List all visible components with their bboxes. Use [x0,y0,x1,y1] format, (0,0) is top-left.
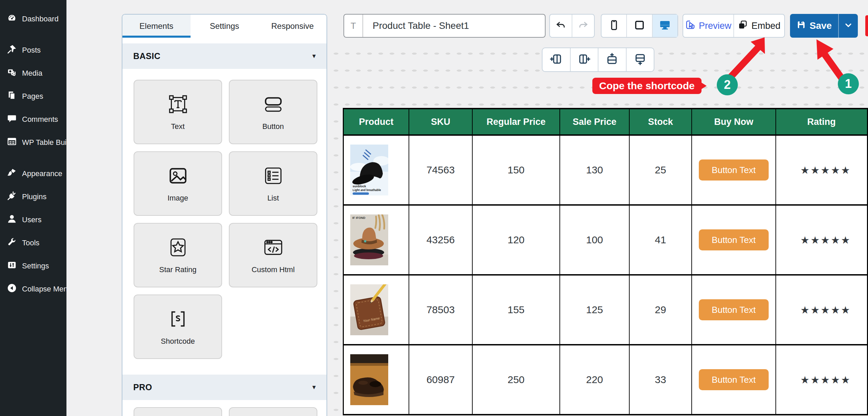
insert-row-above-button[interactable] [598,48,626,71]
table-title-input[interactable] [363,15,545,37]
element-card-list[interactable]: List [229,151,317,216]
sku-cell[interactable]: 78503 [409,275,472,345]
regular-price-cell[interactable]: 120 [472,205,560,275]
rating-cell[interactable]: ★★★★★ [776,205,868,275]
stock-cell[interactable]: 41 [629,205,692,275]
element-card-text[interactable]: Text [134,80,222,144]
header-rating[interactable]: Rating [776,109,868,135]
sidebar-separator [0,31,66,39]
header-stock[interactable]: Stock [629,109,692,135]
tablet-icon [634,19,645,32]
sale-price-cell[interactable]: 220 [560,345,629,415]
edge-arrow-fragment [865,15,868,36]
undo-button[interactable] [550,15,572,37]
buy-now-cell: Button Text [692,345,775,415]
product-image-wallet: Your Name [350,284,388,335]
regular-price-cell[interactable]: 150 [472,135,560,205]
sale-price-cell[interactable]: 100 [560,205,629,275]
desktop-icon [659,19,671,32]
product-image-cell[interactable] [343,345,409,415]
sidebar-item-label: Media [22,69,42,78]
title-prefix-badge: T [344,15,363,37]
element-card-image[interactable]: Image [134,151,222,216]
insert-column-right-button[interactable] [570,48,598,71]
basic-section-header[interactable]: BASIC ▼ [122,43,327,69]
tab-settings[interactable]: Settings [191,15,259,38]
insert-column-left-button[interactable] [542,48,570,71]
redo-button[interactable] [572,15,594,37]
regular-price-cell[interactable]: 155 [472,275,560,345]
element-card-button[interactable]: Button [229,80,317,144]
save-button[interactable]: Save [790,14,838,38]
sidebar-item-comments[interactable]: Comments [0,108,66,131]
stock-cell[interactable]: 33 [629,345,692,415]
element-card-custom-html[interactable]: Custom Html [229,223,317,287]
buy-now-cell: Button Text [692,205,775,275]
sidebar-item-settings[interactable]: Settings [0,254,66,278]
sidebar-item-media[interactable]: Media [0,62,66,85]
save-split-button: Save [790,14,858,38]
star-rating-element-icon [167,236,189,260]
stock-cell[interactable]: 25 [629,135,692,205]
sku-cell[interactable]: 43256 [409,205,472,275]
buy-now-button[interactable]: Button Text [699,299,769,320]
tab-responsive[interactable]: Responsive [258,15,327,38]
comment-icon [7,113,17,126]
rating-cell[interactable]: ★★★★★ [776,135,868,205]
header-sku[interactable]: SKU [409,109,472,135]
sale-price-cell[interactable]: 125 [560,275,629,345]
header-sale-price[interactable]: Sale Price [560,109,629,135]
product-image-loafer [350,354,388,405]
element-card-star-rating[interactable]: Star Rating [134,223,222,287]
pro-elements-grid [122,400,327,416]
sidebar-item-posts[interactable]: Posts [0,39,66,62]
element-card-shortcode[interactable]: Shortcode [134,295,222,359]
basic-elements-grid: Text Button Image List Star Rating Custo… [122,69,327,359]
sale-price-cell[interactable]: 130 [560,135,629,205]
stock-cell[interactable]: 29 [629,275,692,345]
sku-cell[interactable]: 74563 [409,135,472,205]
sidebar-item-tools[interactable]: Tools [0,231,66,254]
sidebar-item-wp-table-builder[interactable]: WP Table Builder [0,131,66,154]
product-image-cell[interactable]: Your Name [343,275,409,345]
sidebar-item-pages[interactable]: Pages [0,85,66,108]
save-dropdown-toggle[interactable] [838,14,858,38]
product-image-cell[interactable]: IF IFOND [343,205,409,275]
embed-clone-icon [738,20,748,32]
element-card-pro-1[interactable] [134,407,222,416]
buy-now-button[interactable]: Button Text [699,229,769,250]
sidebar-item-label: Comments [22,115,58,124]
pro-section-header[interactable]: PRO ▼ [122,375,327,400]
product-image-cell[interactable]: sunblock Light and breathable [343,135,409,205]
header-regular-price[interactable]: Regular Price [472,109,560,135]
sidebar-item-users[interactable]: Users [0,208,66,231]
sidebar-item-dashboard[interactable]: Dashboard [0,7,66,31]
header-product[interactable]: Product [343,109,409,135]
desktop-view-button[interactable] [652,15,677,37]
header-buy-now[interactable]: Buy Now [692,109,775,135]
rating-cell[interactable]: ★★★★★ [776,345,868,415]
redo-icon [578,20,589,32]
table-ops-toolbar [542,48,654,72]
insert-column-left-icon [549,52,563,67]
buy-now-button[interactable]: Button Text [699,369,769,390]
sidebar-item-appearance[interactable]: Appearance [0,162,66,185]
preview-button[interactable]: Preview [683,15,733,37]
element-card-pro-2[interactable] [229,407,317,416]
sidebar-item-collapse-menu[interactable]: Collapse Menu [0,278,66,301]
insert-row-below-button[interactable] [626,48,654,71]
sidebar-item-plugins[interactable]: Plugins [0,185,66,208]
regular-price-cell[interactable]: 250 [472,345,560,415]
svg-text:Light and breathable: Light and breathable [353,188,381,192]
sidebar-item-label: Settings [22,262,49,270]
save-label: Save [810,20,832,31]
sku-cell[interactable]: 60987 [409,345,472,415]
buy-now-button[interactable]: Button Text [699,159,769,181]
rating-cell[interactable]: ★★★★★ [776,275,868,345]
table-row: Your Name 78503 155 125 29 Button Text [343,275,868,345]
tablet-view-button[interactable] [626,15,652,37]
phone-view-button[interactable] [601,15,626,37]
list-element-icon [262,165,284,188]
embed-button[interactable]: Embed [733,15,784,37]
tab-elements[interactable]: Elements [122,15,191,38]
